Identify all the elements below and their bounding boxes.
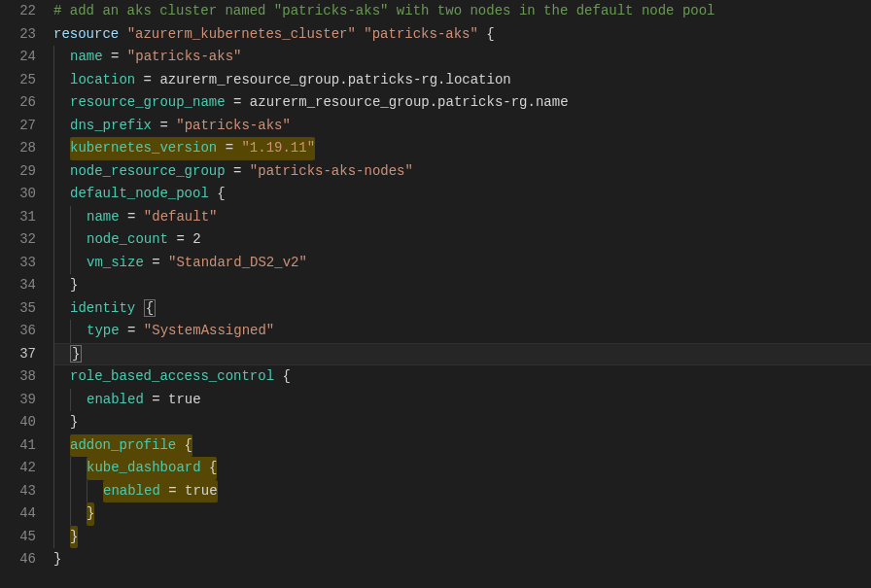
highlighted-span: enabled = true (103, 480, 218, 503)
indent-guide (53, 526, 70, 549)
token-punct: } (70, 414, 78, 430)
line-number: 36 (0, 320, 36, 343)
highlighted-span: kube_dashboard { (87, 457, 217, 480)
token-string: "patricks-aks-nodes" (250, 163, 413, 179)
token-keyword: resource (53, 26, 119, 42)
code-line[interactable]: vm_size = "Standard_DS2_v2" (53, 252, 871, 275)
token-punct: = (226, 94, 250, 110)
line-number: 46 (0, 548, 36, 571)
token-string: "patricks-aks" (364, 26, 478, 42)
code-editor[interactable]: # add an aks cluster named "patricks-aks… (53, 0, 871, 588)
token-punct (135, 300, 143, 316)
code-line[interactable]: addon_profile { (53, 434, 871, 458)
token-member: patricks-rg (437, 94, 527, 110)
code-line[interactable]: } (53, 502, 871, 526)
code-span: } (53, 551, 61, 567)
token-punct: . (430, 94, 437, 110)
code-line[interactable]: } (53, 411, 871, 434)
token-member: azurerm_resource_group (250, 94, 430, 110)
indent-guide (53, 46, 70, 69)
code-line[interactable]: dns_prefix = "patricks-aks" (53, 115, 871, 138)
token-propname: role_based_access_control (70, 368, 274, 384)
token-punct: } (70, 277, 78, 293)
code-line[interactable]: enabled = true (53, 480, 871, 503)
code-line[interactable]: # add an aks cluster named "patricks-aks… (53, 0, 871, 23)
code-line[interactable]: kubernetes_version = "1.19.11" (53, 137, 871, 160)
code-span: resource_group_name = azurerm_resource_g… (70, 94, 569, 110)
indent-guide (70, 228, 87, 252)
token-propname: enabled (87, 392, 144, 407)
line-number: 31 (0, 206, 36, 229)
token-punct: = (226, 163, 250, 179)
indent-guide (53, 411, 70, 434)
code-line[interactable]: node_count = 2 (53, 228, 871, 252)
token-punct: . (339, 72, 347, 87)
code-span: node_resource_group = "patricks-aks-node… (70, 163, 413, 179)
token-punct: = (135, 72, 159, 87)
token-propname: enabled (103, 483, 160, 499)
code-line[interactable]: name = "default" (53, 206, 871, 229)
code-span: enabled = true (87, 392, 201, 407)
indent-guide (53, 91, 70, 115)
token-punct: = (144, 255, 168, 270)
indent-guide (53, 365, 70, 389)
indent-guide (53, 434, 70, 458)
indent-guide (53, 343, 70, 366)
code-line[interactable]: node_resource_group = "patricks-aks-node… (53, 160, 871, 184)
code-line[interactable]: type = "SystemAssigned" (53, 320, 871, 343)
code-line[interactable]: resource "azurerm_kubernetes_cluster" "p… (53, 23, 871, 47)
token-propname: name (70, 49, 103, 64)
line-number: 44 (0, 502, 36, 526)
line-number: 26 (0, 91, 36, 115)
indent-guide (53, 389, 70, 412)
code-span: } (70, 345, 82, 363)
highlighted-span: addon_profile { (70, 434, 192, 458)
line-number: 40 (0, 411, 36, 434)
indent-guide (53, 320, 70, 343)
line-number: 34 (0, 274, 36, 297)
token-propname: vm_size (87, 255, 144, 270)
token-punct: . (528, 94, 536, 110)
line-number: 28 (0, 137, 36, 160)
code-span: dns_prefix = "patricks-aks" (70, 118, 291, 133)
code-line[interactable]: enabled = true (53, 389, 871, 412)
code-line[interactable]: location = azurerm_resource_group.patric… (53, 69, 871, 92)
token-propname: addon_profile (70, 437, 176, 453)
code-line[interactable]: role_based_access_control { (53, 365, 871, 389)
indent-guide (53, 297, 70, 321)
indent-guide (87, 480, 103, 503)
token-punct: } (53, 551, 61, 567)
indent-guide (70, 457, 87, 480)
token-boollit: true (185, 483, 218, 499)
token-punct: = (120, 209, 144, 225)
token-propname: kubernetes_version (70, 140, 217, 156)
indent-guide (53, 160, 70, 184)
token-string: "patricks-aks" (127, 49, 242, 64)
token-string: "SystemAssigned" (144, 323, 274, 338)
code-line[interactable]: } (53, 548, 871, 571)
line-number: 43 (0, 480, 36, 503)
code-line[interactable]: default_node_pool { (53, 183, 871, 206)
code-line[interactable]: resource_group_name = azurerm_resource_g… (53, 91, 871, 115)
code-line[interactable]: } (53, 274, 871, 297)
token-propname: default_node_pool (70, 186, 209, 201)
code-line[interactable]: kube_dashboard { (53, 457, 871, 480)
highlighted-span: } (70, 526, 78, 549)
token-punct: { (478, 26, 495, 42)
highlighted-span: kubernetes_version = "1.19.11" (70, 137, 315, 160)
token-punct: } (70, 529, 78, 544)
code-span: name = "default" (87, 209, 217, 225)
code-line[interactable]: } (53, 343, 871, 366)
code-line[interactable]: name = "patricks-aks" (53, 46, 871, 69)
line-number: 35 (0, 297, 36, 321)
token-punct: } (70, 345, 82, 363)
indent-guide (70, 206, 87, 229)
token-member: name (536, 94, 569, 110)
line-number: 42 (0, 457, 36, 480)
code-span: } (70, 277, 78, 293)
code-line[interactable]: } (53, 526, 871, 549)
indent-guide (70, 320, 87, 343)
code-line[interactable]: identity { (53, 297, 871, 321)
line-number: 41 (0, 434, 36, 458)
indent-guide (53, 457, 70, 480)
